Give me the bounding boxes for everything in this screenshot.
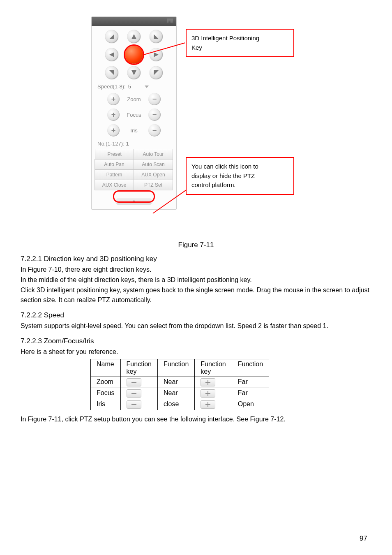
minus-icon: [127, 389, 141, 398]
zoom-minus-button[interactable]: −: [148, 93, 161, 105]
table-cell: Far: [232, 377, 269, 388]
speed-value[interactable]: 5: [128, 83, 142, 90]
zoom-focus-iris-table: Name Functionkey Function Functionkey Fu…: [90, 359, 269, 410]
focus-plus-button[interactable]: +: [107, 109, 120, 121]
paragraph: Click 3D intelligent positioning key, sy…: [21, 285, 371, 306]
table-cell: [120, 399, 157, 410]
preset-no-value[interactable]: 1: [126, 141, 129, 147]
iris-label: Iris: [125, 127, 143, 134]
svg-marker-5: [109, 70, 114, 75]
zoom-row: + Zoom −: [92, 91, 176, 107]
zoom-plus-button[interactable]: +: [107, 93, 120, 105]
svg-marker-7: [154, 70, 159, 75]
table-cell: close: [157, 399, 194, 410]
svg-marker-3: [109, 52, 114, 57]
table-cell: Near: [157, 388, 194, 399]
plus-icon: [201, 378, 215, 386]
figure-7-11: Speed(1-8): 5 + Zoom − + Focus − + Iris …: [91, 16, 301, 238]
focus-minus-button[interactable]: −: [148, 109, 161, 121]
minus-icon: [127, 378, 141, 386]
table-cell: [195, 388, 232, 399]
speed-dropdown-icon[interactable]: [145, 86, 149, 88]
table-cell: Open: [232, 399, 269, 410]
paragraph: In Figure 7-11, click PTZ setup button y…: [21, 414, 371, 425]
dir-left-button[interactable]: [105, 48, 118, 61]
svg-marker-2: [154, 34, 159, 39]
table-header: Functionkey: [120, 359, 157, 377]
callout-drawer: You can click this icon to display or hi…: [186, 157, 294, 195]
preset-no-row: No.(1-127): 1: [92, 138, 176, 149]
minus-icon: [127, 400, 141, 409]
table-row: Iris close Open: [91, 399, 269, 410]
svg-marker-1: [131, 34, 136, 39]
table-cell: Zoom: [91, 377, 121, 388]
aux-close-button[interactable]: AUX Close: [95, 180, 134, 190]
table-cell: [120, 377, 157, 388]
paragraph: In Figure 7-10, there are eight directio…: [21, 265, 371, 275]
dir-up-button[interactable]: [127, 30, 141, 43]
callout-text: You can click this icon to: [191, 162, 288, 171]
heading-7-2-2-2: 7.2.2.2 Speed: [21, 311, 371, 319]
table-cell: Iris: [91, 399, 121, 410]
dir-down-right-button[interactable]: [150, 66, 163, 79]
iris-minus-button[interactable]: −: [148, 124, 161, 136]
table-cell: Near: [157, 377, 194, 388]
preset-no-label: No.(1-127):: [97, 141, 125, 147]
table-cell: [195, 377, 232, 388]
callout-text: control platform.: [191, 180, 288, 190]
table-cell: [195, 399, 232, 410]
heading-7-2-2-1: 7.2.2.1 Direction key and 3D positioning…: [21, 255, 371, 263]
ptz-button-grid: Preset Auto Tour Auto Pan Auto Scan Patt…: [92, 149, 176, 190]
paragraph: In the middle of the eight direction key…: [21, 275, 371, 285]
ptz-control-panel: Speed(1-8): 5 + Zoom − + Focus − + Iris …: [91, 16, 177, 210]
plus-icon: [201, 389, 215, 398]
table-row: Zoom Near Far: [91, 377, 269, 388]
figure-caption: Figure 7-11: [21, 241, 371, 249]
iris-plus-button[interactable]: +: [107, 124, 120, 136]
auto-pan-button[interactable]: Auto Pan: [95, 159, 134, 170]
pattern-button[interactable]: Pattern: [95, 169, 134, 180]
table-cell: Far: [232, 388, 269, 399]
dir-up-left-button[interactable]: [105, 30, 118, 43]
page-number: 97: [360, 534, 367, 543]
ptz-panel-titlebar[interactable]: [92, 17, 176, 26]
auto-scan-button[interactable]: Auto Scan: [134, 159, 173, 170]
table-header: Function: [232, 359, 269, 377]
iris-row: + Iris −: [92, 123, 176, 138]
preset-button[interactable]: Preset: [95, 149, 134, 160]
focus-row: + Focus −: [92, 107, 176, 123]
speed-row: Speed(1-8): 5: [92, 81, 176, 91]
table-cell: [120, 388, 157, 399]
heading-7-2-2-3: 7.2.2.3 Zoom/Focus/Iris: [21, 337, 371, 345]
table-header: Function: [157, 359, 194, 377]
callout-text: Key: [191, 43, 288, 53]
auto-tour-button[interactable]: Auto Tour: [134, 149, 173, 160]
svg-marker-4: [154, 52, 159, 57]
svg-marker-0: [109, 34, 114, 39]
table-header: Name: [91, 359, 121, 377]
paragraph: System supports eight-level speed. You c…: [21, 321, 371, 331]
callout-text: display or hide the PTZ: [191, 171, 288, 181]
svg-marker-6: [131, 70, 136, 75]
direction-pad: [101, 30, 167, 79]
zoom-label: Zoom: [125, 96, 143, 102]
paragraph: Here is a sheet for you reference.: [21, 347, 371, 357]
callout-3d-key: 3D Intelligent Positioning Key: [186, 29, 294, 57]
3d-positioning-button[interactable]: [125, 46, 143, 64]
dir-down-button[interactable]: [127, 66, 141, 79]
dir-up-right-button[interactable]: [150, 30, 163, 43]
dir-down-left-button[interactable]: [105, 66, 118, 79]
callout-text: 3D Intelligent Positioning: [191, 34, 288, 43]
ptz-set-button[interactable]: PTZ Set: [134, 180, 173, 190]
panel-collapse-toggle[interactable]: [115, 198, 152, 205]
table-row: Focus Near Far: [91, 388, 269, 399]
speed-label: Speed(1-8):: [97, 83, 126, 90]
focus-label: Focus: [125, 112, 143, 118]
aux-open-button[interactable]: AUX Open: [134, 169, 173, 180]
plus-icon: [201, 400, 215, 409]
table-header-row: Name Functionkey Function Functionkey Fu…: [91, 359, 269, 377]
table-header: Functionkey: [195, 359, 232, 377]
table-cell: Focus: [91, 388, 121, 399]
